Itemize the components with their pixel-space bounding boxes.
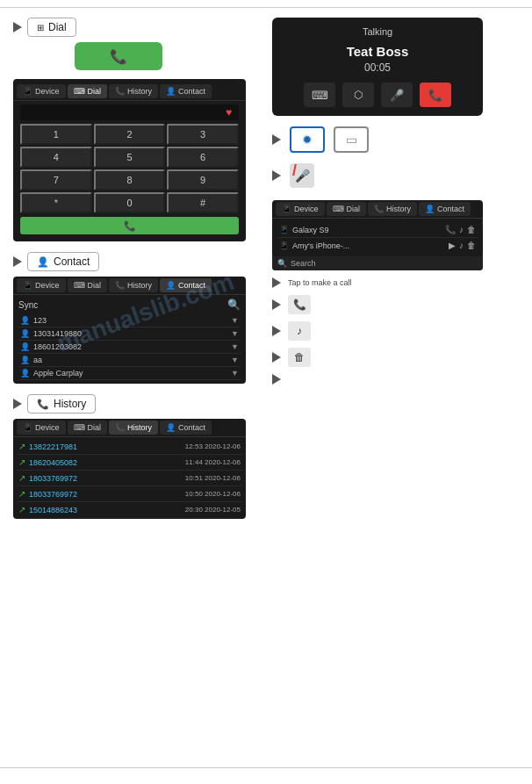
music-action-icon[interactable]: ♪ — [459, 225, 464, 234]
mic-ctrl-button[interactable]: 🎤 — [381, 83, 413, 107]
talking-name: Teat Boss — [281, 44, 474, 59]
list-item[interactable]: ↗ 15014886243 20:30 2020-12-05 — [17, 502, 242, 517]
arrow-icon-2 — [13, 256, 22, 267]
ct-contact-label: Contact — [178, 281, 205, 290]
key-star[interactable]: * — [20, 192, 92, 213]
history-time: 10:51 2020-12-06 — [185, 474, 241, 482]
dialpad-grid: 1 2 3 4 5 6 7 8 9 * 0 # — [20, 124, 239, 213]
ct-dial-icon: ⌨ — [74, 281, 85, 290]
history-tabs: 📱 Device ⌨ Dial 📞 History 👤 Contact — [13, 419, 246, 437]
key-6[interactable]: 6 — [167, 147, 239, 168]
dialpad-call-button[interactable]: 📞 — [20, 217, 239, 234]
key-3[interactable]: 3 — [167, 124, 239, 145]
list-item[interactable]: 📱 Galaxy S9 📞 ♪ 🗑 — [277, 222, 478, 238]
delete-action-icon[interactable]: 🗑 — [467, 241, 476, 250]
tab-device[interactable]: 📱 Device — [17, 84, 66, 98]
contact-person-icon: 👤 — [20, 342, 30, 351]
right-column: Talking Teat Boss 00:05 ⌨ ⬡ 🎤 📞 — [272, 18, 518, 392]
device-actions: 📞 ♪ 🗑 — [445, 225, 476, 234]
music-action-icon[interactable]: ♪ — [459, 241, 464, 250]
list-item[interactable]: 👤 Apple Carplay ▼ — [18, 367, 241, 380]
bullet-item-4: 🗑 — [272, 348, 518, 367]
key-2[interactable]: 2 — [94, 124, 166, 145]
dialpad-cursor: ♥ — [226, 106, 232, 119]
bluetooth-ctrl-button[interactable]: ⬡ — [342, 83, 374, 107]
key-8[interactable]: 8 — [94, 169, 166, 191]
key-9[interactable]: 9 — [167, 169, 239, 191]
dev-tab-dial[interactable]: ⌨ Dial — [327, 202, 367, 216]
tab-history[interactable]: 📞 History — [109, 84, 158, 98]
history-number: 18033769972 — [29, 490, 77, 499]
search-icon-small: 🔍 — [277, 259, 287, 268]
delete-action-icon[interactable]: 🗑 — [467, 225, 476, 234]
contact-tabs: 📱 Device ⌨ Dial 📞 History 👤 Contact — [13, 277, 246, 295]
delete-small-icon: 🗑 — [294, 351, 305, 363]
list-item[interactable]: 👤 aa ▼ — [18, 354, 241, 367]
key-4[interactable]: 4 — [20, 147, 92, 168]
arrow-icon-7 — [272, 299, 281, 310]
bluetooth-icon: ✹ — [302, 133, 313, 147]
contact-tab-history[interactable]: 📞 History — [109, 278, 158, 292]
call-small-button[interactable]: 📞 — [288, 295, 311, 314]
dev-tab-contact[interactable]: 👤 Contact — [419, 202, 471, 216]
arrow-icon-10 — [272, 374, 281, 385]
dl-contact-label: Contact — [437, 205, 464, 213]
device-name: Galaxy S9 — [292, 226, 329, 234]
tablet-icon: ▭ — [346, 133, 357, 147]
hangup-ctrl-button[interactable]: 📞 — [420, 83, 451, 107]
list-item[interactable]: 👤 13031419880 ▼ — [18, 327, 241, 341]
hist-tab-contact[interactable]: 👤 Contact — [160, 421, 212, 435]
hist-tab-device[interactable]: 📱 Device — [17, 421, 66, 435]
list-item[interactable]: ↗ 18033769972 10:51 2020-12-06 — [17, 471, 242, 486]
ht-history-label: History — [127, 423, 152, 432]
call-action-icon[interactable]: 📞 — [445, 225, 456, 234]
list-item[interactable]: ↗ 13822217981 12:53 2020-12-06 — [17, 439, 242, 455]
music-small-icon: ♪ — [297, 325, 302, 337]
top-border — [0, 7, 532, 8]
dialpad-ctrl-icon: ⌨ — [312, 89, 328, 102]
arrow-icon-8 — [272, 326, 281, 336]
large-call-button[interactable]: 📞 — [75, 42, 162, 70]
list-item[interactable]: 👤 123 ▼ — [18, 314, 241, 327]
delete-small-button[interactable]: 🗑 — [288, 348, 311, 367]
key-5[interactable]: 5 — [94, 147, 166, 168]
list-item[interactable]: ↗ 18033769972 10:50 2020-12-06 — [17, 486, 242, 502]
mute-slash-icon: / — [292, 162, 297, 180]
play-action-icon[interactable]: ▶ — [449, 241, 456, 250]
dialpad-ctrl-button[interactable]: ⌨ — [304, 83, 335, 107]
dev-tab-device[interactable]: 📱 Device — [276, 202, 325, 216]
tab-contact[interactable]: 👤 Contact — [160, 84, 212, 98]
music-small-button[interactable]: ♪ — [288, 321, 311, 341]
bullet-item-3: ♪ — [272, 321, 518, 341]
contact-tab-contact[interactable]: 👤 Contact — [160, 278, 212, 292]
arrow-icon-9 — [272, 352, 281, 363]
history-time: 12:53 2020-12-06 — [185, 442, 241, 450]
contact-tab-dial[interactable]: ⌨ Dial — [68, 278, 108, 292]
call-out-icon: ↗ — [18, 505, 25, 514]
key-7[interactable]: 7 — [20, 169, 92, 191]
list-item[interactable]: 📱 Amy's iPhone-... ▶ ♪ 🗑 — [277, 238, 478, 253]
tab-dial[interactable]: ⌨ Dial — [68, 84, 108, 98]
device-search-row[interactable]: 🔍 Search — [272, 256, 483, 270]
bluetooth-device-button[interactable]: ✹ — [290, 126, 325, 153]
dial-tab-icon: ⌨ — [74, 87, 85, 96]
dialpad-area: ♥ 1 2 3 4 5 6 7 8 9 * 0 # 📞 — [13, 101, 246, 238]
call-out-icon: ↗ — [18, 473, 25, 483]
list-item[interactable]: ↗ 18620405082 11:44 2020-12-06 — [17, 455, 242, 471]
contact-tab-device[interactable]: 📱 Device — [17, 278, 66, 292]
key-0[interactable]: 0 — [94, 192, 166, 213]
chevron-down-icon: ▼ — [231, 369, 239, 378]
history-tab-icon: 📞 — [115, 87, 125, 96]
dev-tab-history[interactable]: 📞 History — [368, 202, 417, 216]
key-1[interactable]: 1 — [20, 124, 92, 145]
hist-tab-dial[interactable]: ⌨ Dial — [68, 421, 108, 435]
search-icon[interactable]: 🔍 — [227, 298, 241, 311]
list-item[interactable]: 👤 18601203082 ▼ — [18, 341, 241, 354]
dialpad-call-icon: 📞 — [124, 220, 136, 232]
key-hash[interactable]: # — [167, 192, 239, 213]
contact-person-icon: 👤 — [20, 356, 30, 364]
contact-pill: 👤 Contact — [27, 252, 99, 271]
tablet-device-button[interactable]: ▭ — [334, 126, 369, 153]
hist-tab-history[interactable]: 📞 History — [109, 421, 158, 435]
history-number: 18033769972 — [29, 474, 77, 483]
